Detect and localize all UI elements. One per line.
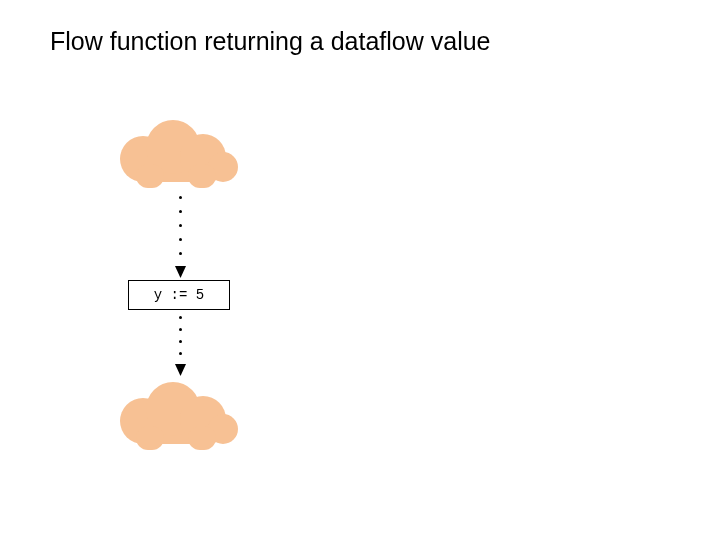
page-title: Flow function returning a dataflow value	[50, 28, 491, 56]
arrow-down-icon	[176, 190, 186, 280]
svg-marker-1	[175, 364, 186, 376]
slide-canvas: Flow function returning a dataflow value…	[0, 0, 720, 540]
statement-box: y := 5	[128, 280, 230, 310]
cloud-icon	[118, 380, 238, 450]
cloud-icon	[118, 118, 238, 188]
arrow-down-icon	[176, 310, 186, 380]
svg-marker-0	[175, 266, 186, 278]
